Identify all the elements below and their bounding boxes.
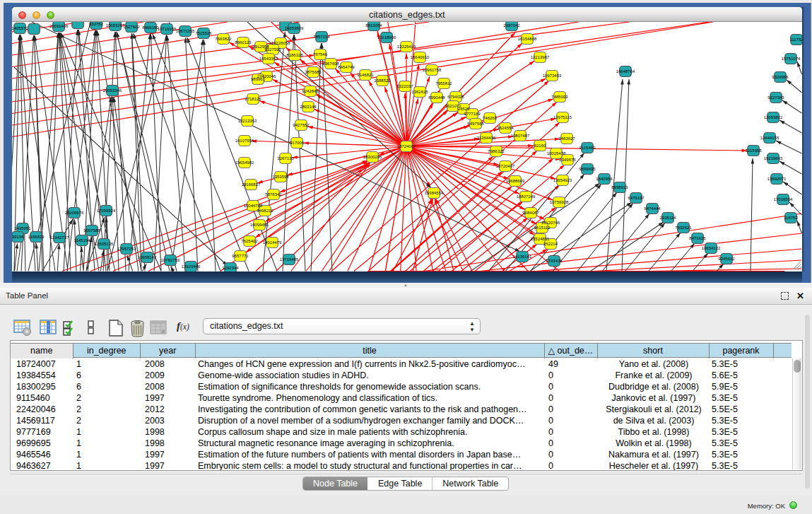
svg-text:2803144: 2803144 <box>300 105 317 109</box>
svg-text:5878342: 5878342 <box>265 192 282 197</box>
svg-text:3215958: 3215958 <box>745 148 762 153</box>
svg-text:13692971: 13692971 <box>767 177 787 181</box>
svg-text:18724007: 18724007 <box>397 144 416 148</box>
svg-text:9084067: 9084067 <box>522 211 539 215</box>
svg-text:10688609: 10688609 <box>506 179 525 183</box>
svg-text:13226058: 13226058 <box>271 41 290 45</box>
svg-text:7663822: 7663822 <box>215 37 232 41</box>
svg-text:746266: 746266 <box>483 116 498 120</box>
svg-text:9777169: 9777169 <box>464 112 481 116</box>
svg-text:2718126: 2718126 <box>245 97 261 101</box>
svg-text:10671355: 10671355 <box>176 29 195 33</box>
svg-text:6322037: 6322037 <box>396 84 413 88</box>
svg-text:6479197: 6479197 <box>628 196 645 200</box>
svg-text:13524851: 13524851 <box>531 237 550 241</box>
svg-text:1405571: 1405571 <box>12 26 28 30</box>
svg-text:6794028: 6794028 <box>447 95 464 99</box>
svg-text:252214: 252214 <box>543 242 558 246</box>
svg-text:10756928: 10756928 <box>550 200 569 204</box>
svg-text:8186328: 8186328 <box>286 53 303 57</box>
svg-text:12975115: 12975115 <box>553 115 572 119</box>
svg-text:2935114: 2935114 <box>660 216 677 220</box>
svg-text:12213967: 12213967 <box>531 55 550 59</box>
svg-text:9097588: 9097588 <box>83 228 100 233</box>
svg-text:8938913: 8938913 <box>611 185 628 189</box>
svg-text:16543362: 16543362 <box>259 57 278 61</box>
svg-text:17016504: 17016504 <box>774 197 793 201</box>
svg-text:39154: 39154 <box>12 235 24 239</box>
svg-text:3624554: 3624554 <box>497 126 514 130</box>
svg-text:14914479: 14914479 <box>263 240 282 245</box>
svg-text:16210643: 16210643 <box>764 156 783 160</box>
svg-text:1292344: 1292344 <box>222 266 239 270</box>
svg-text:7485003: 7485003 <box>551 95 568 99</box>
svg-text:3267130: 3267130 <box>277 156 294 160</box>
svg-text:19384554: 19384554 <box>425 191 444 195</box>
svg-text:16154808: 16154808 <box>518 37 537 41</box>
svg-text:7632621: 7632621 <box>675 226 692 230</box>
svg-text:1733426: 1733426 <box>546 259 563 263</box>
svg-text:9699695: 9699695 <box>579 167 596 171</box>
svg-text:13716485: 13716485 <box>280 257 299 262</box>
svg-text:12342737: 12342737 <box>50 235 69 240</box>
svg-text:7515526: 7515526 <box>195 31 212 35</box>
svg-text:8990448: 8990448 <box>428 95 445 100</box>
svg-text:15720407: 15720407 <box>496 164 515 168</box>
svg-text:19166827: 19166827 <box>242 182 261 187</box>
svg-text:1527602: 1527602 <box>123 25 140 29</box>
svg-text:7955812: 7955812 <box>435 81 452 86</box>
svg-text:13325419: 13325419 <box>397 45 416 49</box>
svg-text:932752: 932752 <box>89 22 104 26</box>
svg-text:16107556: 16107556 <box>235 139 254 143</box>
svg-text:989961: 989961 <box>251 77 266 81</box>
svg-text:797546: 797546 <box>313 52 328 57</box>
svg-text:14136141: 14136141 <box>513 255 532 259</box>
svg-text:17957253: 17957253 <box>117 247 136 251</box>
svg-text:17359924: 17359924 <box>97 209 116 213</box>
svg-text:20053346: 20053346 <box>103 88 122 93</box>
svg-text:18300295: 18300295 <box>363 155 382 159</box>
svg-text:9498212: 9498212 <box>257 209 273 213</box>
svg-text:9227343: 9227343 <box>767 95 784 100</box>
svg-text:917006: 917006 <box>290 141 305 145</box>
svg-text:9474444: 9474444 <box>644 206 661 211</box>
svg-text:1145194: 1145194 <box>74 238 91 243</box>
svg-text:9327595: 9327595 <box>264 47 281 52</box>
svg-text:9463627: 9463627 <box>558 136 575 141</box>
svg-text:6497568: 6497568 <box>467 122 484 126</box>
svg-text:12213363: 12213363 <box>238 119 257 123</box>
svg-text:8960123: 8960123 <box>235 40 252 45</box>
svg-text:2349575: 2349575 <box>559 158 576 162</box>
svg-text:12505135: 12505135 <box>95 242 114 246</box>
svg-text:2967608: 2967608 <box>322 62 339 66</box>
svg-text:10653267: 10653267 <box>106 23 125 28</box>
svg-text:14099481: 14099481 <box>250 223 269 227</box>
svg-text:1640954: 1640954 <box>596 177 613 181</box>
svg-text:12444155: 12444155 <box>760 136 779 140</box>
svg-text:116753: 116753 <box>784 216 798 220</box>
svg-text:16640910: 16640910 <box>411 55 430 59</box>
svg-text:1353594: 1353594 <box>272 175 289 179</box>
svg-text:9427552: 9427552 <box>293 123 310 127</box>
svg-text:1588520: 1588520 <box>374 78 391 83</box>
svg-text:19654982: 19654982 <box>235 160 254 165</box>
svg-text:20206576: 20206576 <box>65 211 84 215</box>
svg-text:13654923: 13654923 <box>553 178 572 182</box>
svg-text:10654122: 10654122 <box>702 246 721 250</box>
svg-text:1362615: 1362615 <box>411 90 428 94</box>
svg-text:9115460: 9115460 <box>579 146 596 150</box>
svg-text:1156829: 1156829 <box>28 235 45 239</box>
svg-text:12923446: 12923446 <box>182 264 201 269</box>
svg-text:10025438: 10025438 <box>547 151 566 156</box>
svg-text:2087642: 2087642 <box>503 23 520 28</box>
svg-text:9245612: 9245612 <box>718 257 735 261</box>
svg-text:10807487: 10807487 <box>511 134 530 138</box>
svg-text:62160: 62160 <box>534 144 546 148</box>
svg-text:111752: 111752 <box>789 37 801 42</box>
svg-text:12093822: 12093822 <box>764 115 783 119</box>
svg-text:10973493: 10973493 <box>543 74 562 78</box>
svg-text:19218906: 19218906 <box>377 35 396 40</box>
svg-text:9329966: 9329966 <box>772 75 789 79</box>
svg-text:1615112: 1615112 <box>534 226 551 230</box>
svg-text:9146821: 9146821 <box>357 73 374 77</box>
